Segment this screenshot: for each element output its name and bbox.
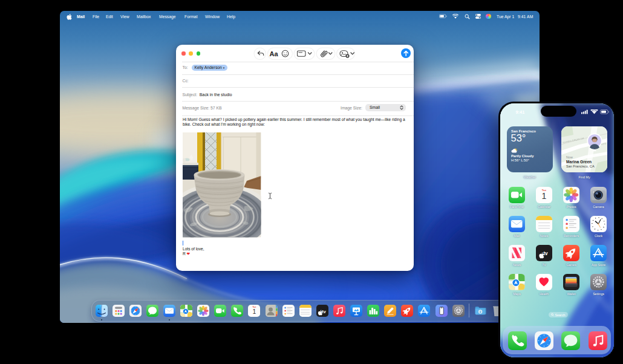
svg-text:tv: tv (544, 251, 549, 256)
svg-text:tv: tv (322, 308, 325, 314)
svg-text:Aa: Aa (270, 50, 279, 57)
